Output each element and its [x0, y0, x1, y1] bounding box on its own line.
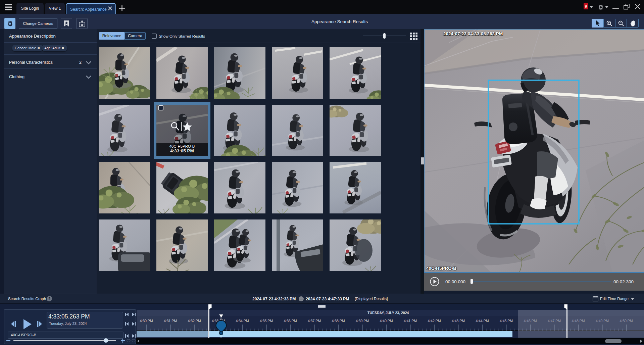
svg-text:4:41 PM: 4:41 PM — [404, 319, 417, 323]
svg-text:4:46 PM: 4:46 PM — [524, 319, 537, 323]
svg-text:4:49 PM: 4:49 PM — [596, 319, 609, 323]
svg-text:4:48 PM: 4:48 PM — [572, 319, 585, 323]
svg-text:4:40 PM: 4:40 PM — [380, 319, 393, 323]
svg-text:4:35 PM: 4:35 PM — [260, 319, 273, 323]
svg-text:4:50 PM: 4:50 PM — [620, 319, 633, 323]
svg-text:4:37 PM: 4:37 PM — [308, 319, 321, 323]
svg-text:4:32 PM: 4:32 PM — [188, 319, 201, 323]
svg-text:4:45 PM: 4:45 PM — [500, 319, 513, 323]
svg-text:4:43 PM: 4:43 PM — [452, 319, 465, 323]
svg-text:4:47 PM: 4:47 PM — [548, 319, 561, 323]
svg-text:4:39 PM: 4:39 PM — [356, 319, 369, 323]
svg-text:4:38 PM: 4:38 PM — [332, 319, 345, 323]
svg-text:4:31 PM: 4:31 PM — [164, 319, 177, 323]
svg-text:4:42 PM: 4:42 PM — [428, 319, 441, 323]
svg-text:4:30 PM: 4:30 PM — [140, 319, 153, 323]
svg-text:4:44 PM: 4:44 PM — [476, 319, 489, 323]
svg-text:4:36 PM: 4:36 PM — [284, 319, 297, 323]
svg-text:4:34 PM: 4:34 PM — [236, 319, 249, 323]
